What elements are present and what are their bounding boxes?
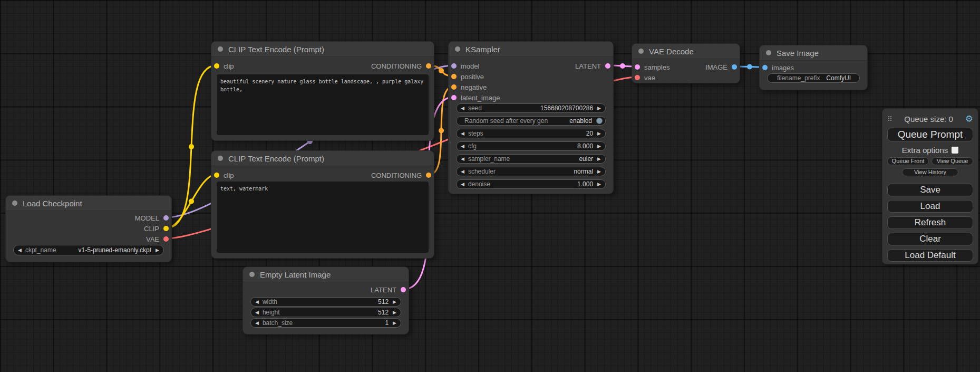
scheduler-widget[interactable]: ◀schedulernormal▶	[456, 167, 606, 176]
node-vae-decode[interactable]: VAE DecodesamplesIMAGEvae	[632, 43, 740, 83]
collapse-dot-icon[interactable]	[218, 46, 223, 52]
slot-label: samples	[644, 63, 669, 71]
decrement-arrow-icon[interactable]: ◀	[461, 106, 464, 111]
decrement-arrow-icon[interactable]: ◀	[18, 248, 22, 253]
increment-arrow-icon[interactable]: ▶	[393, 321, 396, 326]
seed-widget[interactable]: ◀seed156680208700286▶	[456, 103, 606, 113]
clip-input-dot[interactable]	[214, 173, 219, 178]
view-queue-button[interactable]: View Queue	[932, 157, 973, 165]
queue-history-row: View History	[887, 168, 973, 176]
queue-prompt-button[interactable]: Queue Prompt	[887, 128, 973, 141]
increment-arrow-icon[interactable]: ▶	[156, 248, 159, 253]
decrement-arrow-icon[interactable]: ◀	[255, 321, 259, 326]
node-title-bar[interactable]: VAE Decode	[632, 44, 740, 59]
node-clip-text-encode-negative[interactable]: CLIP Text Encode (Prompt)clipCONDITIONIN…	[211, 150, 434, 259]
extra-options-checkbox[interactable]	[952, 147, 958, 154]
collapse-dot-icon[interactable]	[249, 272, 255, 277]
increment-arrow-icon[interactable]: ▶	[597, 157, 601, 161]
clear-button[interactable]: Clear	[887, 233, 973, 245]
denoise-widget[interactable]: ◀denoise1.000▶	[456, 179, 606, 189]
batch-size-widget[interactable]: ◀batch_size1▶	[250, 318, 401, 328]
samples-input-dot[interactable]	[635, 64, 640, 70]
latent-output-dot[interactable]	[605, 63, 610, 69]
node-clip-text-encode-positive[interactable]: CLIP Text Encode (Prompt)clipCONDITIONIN…	[211, 41, 434, 141]
increment-arrow-icon[interactable]: ▶	[597, 169, 601, 174]
conditioning-output-dot[interactable]	[426, 173, 431, 178]
images-input-dot[interactable]	[762, 65, 768, 70]
ckpt-name-widget[interactable]: ◀ckpt_namev1-5-pruned-emaonly.ckpt▶	[13, 245, 164, 255]
slot-label: MODEL	[135, 214, 159, 222]
increment-arrow-icon[interactable]: ▶	[597, 182, 601, 187]
widget-label: ckpt_name	[25, 246, 56, 254]
node-save-image[interactable]: Save Imageimagesfilename_prefixComfyUI	[759, 45, 868, 90]
output-slot-vae: VAE	[146, 235, 171, 243]
height-widget[interactable]: ◀height512▶	[250, 308, 401, 317]
node-title-bar[interactable]: KSampler	[449, 42, 613, 57]
node-title-bar[interactable]: CLIP Text Encode (Prompt)	[211, 42, 434, 57]
drag-handle-icon[interactable]: ⠿	[887, 116, 892, 122]
cfg-widget[interactable]: ◀cfg8.000▶	[456, 141, 606, 151]
node-title-bar[interactable]: Save Image	[760, 45, 867, 61]
decrement-arrow-icon[interactable]: ◀	[461, 131, 464, 136]
clip-input-dot[interactable]	[214, 63, 219, 69]
node-title-label: Save Image	[777, 49, 819, 58]
filename-prefix-widget[interactable]: filename_prefixComfyUI	[767, 73, 860, 83]
node-load-checkpoint[interactable]: Load CheckpointMODELCLIPVAE◀ckpt_namev1-…	[5, 195, 172, 262]
steps-widget[interactable]: ◀steps20▶	[456, 129, 606, 138]
increment-arrow-icon[interactable]: ▶	[393, 300, 396, 304]
widget-value: 20	[586, 130, 593, 137]
decrement-arrow-icon[interactable]: ◀	[461, 182, 464, 187]
vae-output-dot[interactable]	[163, 236, 169, 242]
output-slot-latent: LATENT	[371, 286, 409, 294]
increment-arrow-icon[interactable]: ▶	[597, 106, 601, 111]
widget-value: 156680208700286	[540, 104, 593, 112]
queue-small-buttons-row: Queue FrontView Queue	[887, 157, 973, 165]
conditioning-output-dot[interactable]	[426, 63, 431, 69]
refresh-button[interactable]: Refresh	[887, 216, 973, 229]
queue-front-button[interactable]: Queue Front	[887, 157, 929, 165]
collapse-dot-icon[interactable]	[638, 49, 644, 54]
view-history-button[interactable]: View History	[902, 168, 958, 176]
increment-arrow-icon[interactable]: ▶	[597, 144, 601, 149]
collapse-dot-icon[interactable]	[455, 46, 460, 52]
width-widget[interactable]: ◀width512▶	[250, 297, 401, 307]
save-button[interactable]: Save	[887, 184, 973, 196]
prompt-textarea[interactable]: text, watermark	[217, 182, 429, 253]
decrement-arrow-icon[interactable]: ◀	[255, 310, 259, 315]
decrement-arrow-icon[interactable]: ◀	[461, 169, 464, 174]
random-seed-after-every-gen-widget[interactable]: Random seed after every genenabled	[456, 116, 606, 126]
prompt-textarea[interactable]: beautiful scenery nature glass bottle la…	[217, 74, 429, 135]
node-empty-latent-image[interactable]: Empty Latent ImageLATENT◀width512▶◀heigh…	[242, 266, 409, 335]
image-output-dot[interactable]	[732, 64, 737, 70]
latent-output-dot[interactable]	[401, 287, 406, 292]
latent-image-input-dot[interactable]	[451, 95, 457, 100]
model-input-dot[interactable]	[451, 63, 457, 69]
load-button[interactable]: Load	[887, 200, 973, 213]
collapse-dot-icon[interactable]	[218, 156, 223, 161]
decrement-arrow-icon[interactable]: ◀	[255, 300, 259, 304]
node-title-bar[interactable]: Load Checkpoint	[6, 196, 171, 211]
slot-label: negative	[461, 83, 487, 91]
increment-arrow-icon[interactable]: ▶	[597, 131, 601, 136]
vae-input-dot[interactable]	[635, 75, 640, 80]
increment-arrow-icon[interactable]: ▶	[393, 310, 396, 315]
decrement-arrow-icon[interactable]: ◀	[461, 157, 464, 161]
node-ksampler[interactable]: KSamplermodelLATENTpositivenegativelaten…	[448, 41, 614, 194]
toggle-knob-icon[interactable]	[596, 118, 603, 124]
node-canvas[interactable]: ⠿ Queue size: 0 ⚙ Queue Prompt Extra opt…	[0, 0, 980, 372]
load-default-button[interactable]: Load Default	[887, 249, 973, 262]
output-slot-clip: CLIP	[144, 225, 171, 233]
settings-gear-icon[interactable]: ⚙	[965, 115, 973, 123]
node-title-bar[interactable]: Empty Latent Image	[243, 267, 409, 282]
collapse-dot-icon[interactable]	[12, 201, 17, 206]
clip-output-dot[interactable]	[163, 226, 169, 231]
link-midpoint-dot	[747, 64, 752, 70]
positive-input-dot[interactable]	[451, 74, 457, 79]
collapse-dot-icon[interactable]	[766, 50, 771, 55]
decrement-arrow-icon[interactable]: ◀	[461, 144, 464, 149]
input-slot-latent-image: latent_image	[449, 94, 500, 102]
sampler-name-widget[interactable]: ◀sampler_nameeuler▶	[456, 154, 606, 164]
model-output-dot[interactable]	[163, 215, 169, 221]
node-title-bar[interactable]: CLIP Text Encode (Prompt)	[211, 151, 434, 166]
negative-input-dot[interactable]	[451, 84, 457, 90]
